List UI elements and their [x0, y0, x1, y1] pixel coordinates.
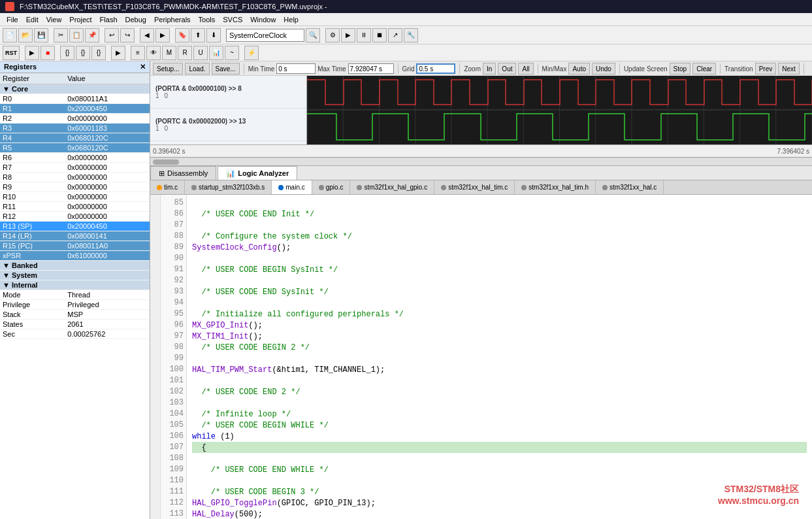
file-tab-startup[interactable]: startup_stm32f103xb.s: [185, 180, 272, 194]
reg-row-states[interactable]: States 2061: [0, 320, 150, 329]
reg-group-banked[interactable]: ▼ Banked: [0, 261, 150, 271]
debug-btn1[interactable]: ⚙: [325, 28, 340, 42]
h-scrollbar[interactable]: [150, 158, 812, 165]
tab-logic-analyzer[interactable]: 📊 Logic Analyzer: [218, 166, 297, 180]
new-btn[interactable]: 📄: [3, 28, 17, 42]
analysis-btn[interactable]: 📊: [209, 46, 223, 60]
stop-run-btn[interactable]: ■: [41, 46, 55, 60]
step-out-btn[interactable]: {}: [91, 46, 106, 60]
step-over-btn[interactable]: {}: [76, 46, 90, 60]
la-max-time-input[interactable]: [348, 63, 394, 74]
redo-btn[interactable]: ↪: [120, 28, 135, 42]
reg-group-core[interactable]: ▼ Core: [0, 84, 150, 94]
debug-btn4[interactable]: ⏹: [372, 28, 387, 42]
menu-view[interactable]: View: [42, 14, 66, 25]
reg-row-r0[interactable]: R0 0x080011A1: [0, 94, 150, 104]
prev-bookmark-btn[interactable]: ⬆: [191, 28, 205, 42]
next-bookmark-btn[interactable]: ⬇: [206, 28, 221, 42]
registers-close[interactable]: ✕: [140, 63, 146, 71]
menu-edit[interactable]: Edit: [22, 14, 42, 25]
reg-row-r7[interactable]: R7 0x00000000: [0, 163, 150, 173]
watch-btn[interactable]: 👁: [146, 46, 161, 60]
menu-svcs[interactable]: SVCS: [219, 14, 246, 25]
menu-peripherals[interactable]: Peripherals: [150, 14, 195, 25]
reg-row-mode[interactable]: Mode Thread: [0, 290, 150, 300]
la-auto-btn[interactable]: Auto: [568, 63, 590, 75]
la-zoom-out-btn[interactable]: Out: [498, 63, 516, 75]
file-tab-hal-gpio[interactable]: stm32f1xx_hal_gpio.c: [350, 180, 434, 194]
back-btn[interactable]: ◀: [140, 28, 154, 42]
la-zoom-all-btn[interactable]: All: [518, 63, 533, 75]
tab-disassembly[interactable]: ⊞ Disassembly: [150, 166, 216, 180]
la-setup-btn[interactable]: Setup...: [153, 63, 183, 75]
menu-tools[interactable]: Tools: [195, 14, 219, 25]
reg-row-r12[interactable]: R12 0x00000000: [0, 212, 150, 222]
reg-group-internal[interactable]: ▼ Internal: [0, 280, 150, 290]
mode-thumb-btn[interactable]: ▶: [111, 46, 125, 60]
menu-file[interactable]: File: [3, 14, 22, 25]
symbol-input[interactable]: [226, 29, 304, 42]
file-tab-hal[interactable]: stm32f1xx_hal.c: [596, 180, 664, 194]
la-min-time-input[interactable]: [276, 63, 316, 74]
reg-row-r1[interactable]: R1 0x20000450: [0, 104, 150, 114]
file-tab-hal-tim-h[interactable]: stm32f1xx_hal_tim.h: [515, 180, 596, 194]
reg-row-r8[interactable]: R8 0x00000000: [0, 173, 150, 182]
cut-btn[interactable]: ✂: [54, 28, 68, 42]
reg-row-r11[interactable]: R11 0x00000000: [0, 202, 150, 212]
reg-row-r6[interactable]: R6 0x00000000: [0, 153, 150, 163]
run-btn[interactable]: ▶: [25, 46, 39, 60]
h-scroll-thumb[interactable]: [153, 159, 179, 165]
code-content[interactable]: /* USER CODE END Init */ /* Configure th…: [187, 195, 812, 519]
debug-btn3[interactable]: ⏸: [357, 28, 371, 42]
save-btn[interactable]: 💾: [34, 28, 48, 42]
symbol-search-btn[interactable]: 🔍: [306, 28, 320, 42]
paste-btn[interactable]: 📌: [85, 28, 99, 42]
rst-btn[interactable]: RST: [3, 46, 20, 60]
file-tab-gpio[interactable]: gpio.c: [312, 180, 351, 194]
menu-project[interactable]: Project: [65, 14, 95, 25]
menu-window[interactable]: Window: [246, 14, 280, 25]
la-save-btn[interactable]: Save...: [212, 63, 240, 75]
reg-row-r14lr[interactable]: R14 (LR) 0x08000141: [0, 231, 150, 241]
reg-row-r5[interactable]: R5 0x0680120C: [0, 143, 150, 153]
copy-btn[interactable]: 📋: [69, 28, 84, 42]
reg-row-r13sp[interactable]: R13 (SP) 0x20000450: [0, 222, 150, 231]
file-tab-main[interactable]: main.c: [272, 180, 312, 194]
la-prev-btn[interactable]: Prev: [755, 63, 777, 75]
uart-btn[interactable]: U: [193, 46, 208, 60]
reg-row-r2[interactable]: R2 0x00000000: [0, 114, 150, 124]
open-btn[interactable]: 📂: [18, 28, 33, 42]
reg-row-r4[interactable]: R4 0x0680120C: [0, 133, 150, 143]
bookmark-btn[interactable]: 🔖: [175, 28, 189, 42]
reg-row-stack[interactable]: Stack MSP: [0, 310, 150, 320]
debug-btn5[interactable]: ↗: [388, 28, 402, 42]
menu-debug[interactable]: Debug: [122, 14, 150, 25]
debug-btn2[interactable]: ▶: [341, 28, 355, 42]
la-stop-btn[interactable]: Stop: [670, 63, 691, 75]
disasm-btn[interactable]: ≡: [131, 46, 145, 60]
file-tab-tim[interactable]: tim.c: [150, 180, 185, 194]
reg-group-system[interactable]: ▼ System: [0, 271, 150, 280]
reg-row-xpsr[interactable]: xPSR 0x61000000: [0, 251, 150, 261]
la-clear-btn[interactable]: Clear: [692, 63, 716, 75]
perf-btn[interactable]: ⚡: [244, 46, 259, 60]
la-zoom-in-btn[interactable]: In: [483, 63, 496, 75]
la-load-btn[interactable]: Load.: [185, 63, 209, 75]
reg-row-privilege[interactable]: Privilege Privileged: [0, 300, 150, 310]
reg-row-sec[interactable]: Sec 0.00025762: [0, 329, 150, 339]
trace-btn[interactable]: ~: [225, 46, 239, 60]
forward-btn[interactable]: ▶: [155, 28, 170, 42]
la-next-btn[interactable]: Next: [778, 63, 800, 75]
reg-row-r9[interactable]: R9 0x00000000: [0, 182, 150, 192]
mem-btn[interactable]: M: [162, 46, 176, 60]
menu-flash[interactable]: Flash: [96, 14, 122, 25]
step-in-btn[interactable]: {}: [60, 46, 74, 60]
file-tab-hal-tim[interactable]: stm32f1xx_hal_tim.c: [434, 180, 515, 194]
la-grid-input[interactable]: [416, 63, 455, 74]
reg-row-r10[interactable]: R10 0x00000000: [0, 192, 150, 202]
menu-help[interactable]: Help: [280, 14, 302, 25]
reg-row-r15pc[interactable]: R15 (PC) 0x080011A0: [0, 241, 150, 251]
debug-btn6[interactable]: 🔧: [404, 28, 418, 42]
la-undo-btn[interactable]: Undo: [592, 63, 615, 75]
undo-btn[interactable]: ↩: [105, 28, 119, 42]
